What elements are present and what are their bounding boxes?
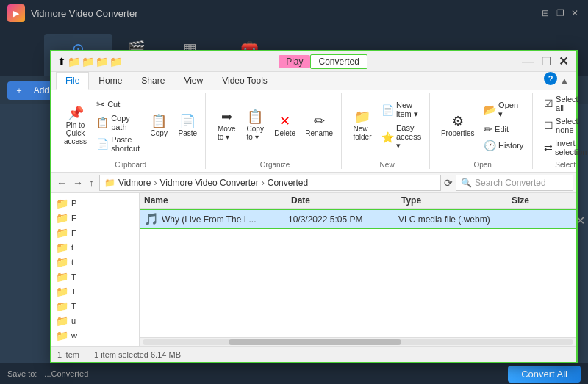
ribbon-tab-videotools[interactable]: Video Tools [212, 72, 277, 90]
explorer-maximize[interactable]: ☐ [539, 54, 553, 68]
convert-all-button[interactable]: Convert All [508, 366, 581, 383]
ribbon-tab-view[interactable]: View [174, 72, 212, 90]
folder-icon: 📁 [56, 198, 68, 209]
search-box[interactable]: 🔍 Search Converted [456, 175, 573, 191]
list-item[interactable]: 📁 P [51, 196, 139, 211]
clipboard-label: Clipboard [115, 159, 146, 169]
open-button[interactable]: 📂 Open ▾ [480, 99, 528, 120]
pin-button[interactable]: 📌 Pin to Quickaccess [60, 104, 90, 148]
ribbon-tab-home[interactable]: Home [89, 72, 132, 90]
copy-path-button[interactable]: 📋 Copy path [93, 112, 143, 133]
minimize-button[interactable]: ⊟ [539, 7, 551, 19]
scroll-thumb[interactable] [229, 339, 401, 345]
edit-button[interactable]: ✏ Edit [480, 122, 528, 137]
list-item[interactable]: 📁 t [51, 255, 139, 269]
properties-button[interactable]: ⚙ Properties [437, 112, 478, 140]
explorer-body: 📁 P 📁 F 📁 F 📁 t 📁 t 📁 T [51, 193, 576, 346]
nav-arrows: ← → ↑ [54, 175, 96, 190]
folder-icon: 📁 [56, 286, 68, 297]
path-converted: Converted [268, 178, 308, 188]
address-path[interactable]: 📁 Vidmore › Vidmore Video Converter › Co… [99, 175, 441, 191]
list-item[interactable]: 📁 t [51, 240, 139, 255]
invert-selection-icon: ⇄ [544, 142, 553, 153]
folder-icon1: 📁 [68, 56, 80, 68]
explorer-close[interactable]: ✕ [556, 54, 570, 68]
folder-icon: 📁 [56, 227, 68, 239]
cut-button[interactable]: ✂ Cut [93, 97, 143, 112]
paste-button[interactable]: 📄 Paste [174, 112, 201, 140]
add-icon: ＋ [15, 84, 24, 97]
ribbon-tab-share[interactable]: Share [132, 72, 174, 90]
search-placeholder: Search Converted [475, 178, 546, 188]
delete-icon: ✕ [279, 115, 290, 128]
easy-access-button[interactable]: ⭐ Easy access ▾ [378, 122, 425, 152]
folder-icon: 📁 [56, 256, 68, 268]
list-item[interactable]: 📁 w [51, 328, 139, 343]
select-none-icon: ☐ [544, 120, 553, 131]
path-vidmore: Vidmore [118, 178, 151, 188]
move-to-button[interactable]: ➡ Moveto ▾ [213, 108, 240, 143]
paste-shortcut-icon: 📄 [96, 138, 109, 150]
list-item[interactable]: 📁 T [51, 269, 139, 284]
file-type-icon: 🎵 [144, 212, 159, 226]
col-size-header[interactable]: Size [512, 195, 572, 206]
new-folder-button[interactable]: 📁 Newfolder [349, 108, 376, 143]
delete-button[interactable]: ✕ Delete [270, 112, 299, 140]
new-item-icon: 📄 [381, 104, 394, 116]
folder-addr-icon: 📁 [104, 178, 115, 188]
help-button[interactable]: ? [544, 72, 557, 85]
select-none-button[interactable]: ☐ Select none [540, 115, 588, 136]
search-icon: 🔍 [461, 178, 472, 188]
history-button[interactable]: 🕐 History [480, 138, 528, 153]
paste-shortcut-button[interactable]: 📄 Paste shortcut [93, 134, 143, 154]
bottom-bar: Save to: ...Converted ≡ ⊞ Convert All [0, 363, 588, 384]
horizontal-scrollbar[interactable] [140, 337, 576, 346]
up-arrow[interactable]: ↑ [87, 175, 96, 190]
properties-icon: ⚙ [452, 115, 464, 128]
back-arrow[interactable]: ← [54, 175, 69, 190]
play-button[interactable]: Play [279, 55, 310, 68]
move-to-icon: ➡ [221, 110, 232, 123]
list-item[interactable]: 📁 T [51, 284, 139, 299]
rename-button[interactable]: ✏ Rename [301, 112, 337, 140]
list-item[interactable]: 📁 T [51, 299, 139, 314]
scroll-track[interactable] [143, 339, 573, 345]
new-buttons: 📁 Newfolder 📄 New item ▾ ⭐ Easy access ▾ [349, 93, 425, 158]
select-group: ☑ Select all ☐ Select none ⇄ Invert sele… [536, 93, 588, 169]
select-all-button[interactable]: ☑ Select all [540, 93, 588, 114]
refresh-button[interactable]: ⟳ [444, 177, 453, 189]
list-item[interactable]: 📁 u [51, 314, 139, 328]
folder-up-icon[interactable]: ⬆ [57, 56, 66, 68]
file-table-header: Name Date Type Size [140, 193, 576, 209]
ribbon-tab-file[interactable]: File [56, 72, 89, 90]
table-row[interactable]: 🎵 Why (Live From The L... 10/3/2022 5:05… [140, 210, 576, 228]
new-folder-icon: 📁 [354, 110, 370, 123]
ribbon-collapse[interactable]: ▲ [557, 72, 572, 90]
copy-to-icon: 📋 [247, 110, 263, 123]
folder-icon: 📁 [56, 242, 68, 253]
file-date-cell: 10/3/2022 5:05 PM [288, 214, 398, 225]
forward-arrow[interactable]: → [71, 175, 85, 190]
file-name-cell: 🎵 Why (Live From The L... [144, 212, 288, 226]
list-item[interactable]: 📁 F [51, 211, 139, 225]
list-item[interactable]: 📁 F [51, 225, 139, 240]
open-group: ⚙ Properties 📂 Open ▾ ✏ Edit 🕐 History [433, 93, 533, 169]
converted-button[interactable]: Converted [310, 54, 367, 69]
new-group: 📁 Newfolder 📄 New item ▾ ⭐ Easy access ▾… [345, 93, 430, 169]
col-type-header[interactable]: Type [401, 195, 512, 206]
organize-label: Organize [260, 159, 290, 169]
file-explorer-window: ⬆ 📁 📁 📁 📁 Play Converted — ☐ ✕ File Home… [50, 50, 578, 363]
col-date-header[interactable]: Date [291, 195, 401, 206]
select-buttons: ☑ Select all ☐ Select none ⇄ Invert sele… [540, 93, 588, 158]
explorer-win-controls: — ☐ ✕ [520, 54, 570, 68]
copy-to-button[interactable]: 📋 Copyto ▾ [242, 108, 268, 143]
copy-button[interactable]: 📋 Copy [146, 112, 172, 140]
maximize-button[interactable]: ❐ [554, 7, 566, 19]
col-name-header[interactable]: Name [144, 195, 291, 206]
invert-selection-button[interactable]: ⇄ Invert selection [540, 137, 588, 158]
new-item-button[interactable]: 📄 New item ▾ [378, 99, 425, 120]
folder-icon3: 📁 [96, 56, 108, 68]
explorer-minimize[interactable]: — [520, 55, 536, 68]
close-button[interactable]: ✕ [569, 7, 581, 19]
right-panel: Name Date Type Size 🎵 Why (Live From The… [140, 193, 576, 346]
